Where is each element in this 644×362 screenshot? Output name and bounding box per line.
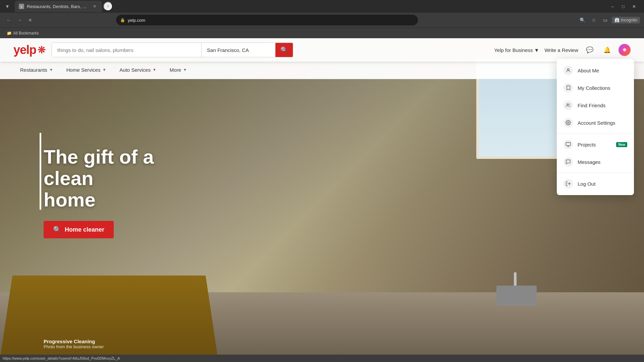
notifications-icon-button[interactable]: 🔔	[601, 44, 613, 56]
my-collections-label: My Collections	[578, 85, 627, 91]
dropdown-item-log-out[interactable]: Log Out	[557, 175, 634, 192]
tab-title: Restaurants, Dentists, Bars, Bea	[27, 4, 89, 9]
forward-button[interactable]: →	[15, 15, 24, 25]
more-chevron-icon: ▼	[183, 68, 187, 72]
yelp-page: yelp ❊ 🔍 Yelp for Business ▼ Write a Rev…	[0, 38, 644, 359]
status-url: https://www.yelp.com/user_details?usend=…	[3, 356, 120, 360]
svg-point-3	[568, 122, 569, 123]
find-friends-label: Find Friends	[578, 103, 627, 108]
incognito-badge: 👔 Incognito	[612, 17, 640, 23]
back-button[interactable]: ←	[4, 15, 13, 25]
restaurants-chevron-icon: ▼	[49, 68, 53, 72]
auto-services-chevron-icon: ▼	[153, 68, 156, 72]
svg-point-0	[567, 69, 569, 70]
nav-item-auto-services[interactable]: Auto Services ▼	[113, 62, 163, 79]
auto-services-label: Auto Services	[119, 67, 151, 73]
search-input[interactable]	[52, 43, 202, 57]
messages-icon: 💬	[586, 46, 593, 54]
svg-point-2	[569, 104, 570, 105]
close-button[interactable]: ✕	[629, 2, 639, 11]
reload-button[interactable]: ✕	[25, 15, 35, 25]
lens-icon[interactable]: 🔍	[578, 15, 587, 25]
search-icon: 🔍	[280, 46, 288, 54]
location-input[interactable]	[202, 43, 275, 57]
dropdown-item-about-me[interactable]: About Me	[557, 62, 634, 79]
messages-dropdown-icon	[564, 157, 573, 167]
active-tab[interactable]: y Restaurants, Dentists, Bars, Bea ✕	[15, 1, 102, 12]
tab-close-button[interactable]: ✕	[91, 3, 98, 10]
folder-icon: 📁	[7, 31, 12, 36]
messages-icon-button[interactable]: 💬	[584, 44, 596, 56]
svg-rect-4	[566, 142, 570, 145]
new-tab-button[interactable]: +	[103, 2, 113, 11]
navigation-buttons: ← → ✕	[4, 15, 35, 25]
dropdown-item-messages[interactable]: Messages	[557, 153, 634, 171]
projects-icon	[564, 140, 573, 149]
restaurants-label: Restaurants	[20, 67, 47, 73]
yelp-for-business-link[interactable]: Yelp for Business ▼	[494, 47, 539, 53]
dropdown-item-find-friends[interactable]: Find Friends	[557, 97, 634, 114]
projects-new-badge: New	[616, 142, 627, 147]
bookmarks-bar: 📁 All Bookmarks	[0, 27, 644, 38]
find-friends-icon	[564, 101, 573, 110]
yelp-text: yelp	[13, 43, 36, 57]
photo-credit-sub: Photo from the business owner	[44, 344, 104, 349]
about-me-icon	[564, 66, 573, 75]
dropdown-item-projects[interactable]: Projects New	[557, 136, 634, 153]
star-icon[interactable]: ☆	[589, 15, 598, 25]
tab-bar: ▼ y Restaurants, Dentists, Bars, Bea ✕ +…	[0, 0, 644, 13]
hero-title-line1: The gift of a clean	[44, 146, 154, 189]
minimize-button[interactable]: –	[608, 2, 617, 11]
hero-text-area: The gift of a clean home 🔍 Home cleaner	[44, 146, 205, 238]
user-avatar-button[interactable]: ❊	[619, 44, 631, 56]
nav-item-home-services[interactable]: Home Services ▼	[60, 62, 113, 79]
dropdown-divider-1	[557, 133, 634, 134]
header-actions: Yelp for Business ▼ Write a Review 💬 🔔 ❊	[494, 44, 631, 56]
search-bar: 🔍	[52, 43, 293, 57]
yelp-business-label: Yelp for Business	[494, 47, 533, 53]
dropdown-item-account-settings[interactable]: Account Settings	[557, 114, 634, 131]
projects-label: Projects	[578, 142, 611, 147]
hero-content: The gift of a clean home 🔍 Home cleaner …	[0, 79, 644, 359]
hero-accent-bar	[40, 133, 41, 210]
account-settings-label: Account Settings	[578, 120, 627, 126]
cta-label: Home cleaner	[65, 226, 104, 233]
incognito-icon: 👔	[614, 18, 620, 22]
account-settings-icon	[564, 118, 573, 127]
yelp-logo[interactable]: yelp ❊	[13, 43, 45, 57]
log-out-label: Log Out	[578, 181, 627, 187]
cta-search-icon: 🔍	[53, 226, 61, 234]
more-label: More	[170, 67, 181, 73]
hero-cta-button[interactable]: 🔍 Home cleaner	[44, 221, 114, 238]
address-bar[interactable]: 🔒 yelp.com	[116, 15, 418, 25]
tab-list-button[interactable]: ▼	[3, 2, 12, 11]
about-me-label: About Me	[578, 68, 627, 73]
url-text: yelp.com	[128, 18, 414, 23]
photo-credit: Progressive Cleaning Photo from the busi…	[44, 339, 104, 349]
photo-credit-business: Progressive Cleaning	[44, 339, 104, 344]
status-bar: https://www.yelp.com/user_details?usend=…	[0, 355, 644, 362]
window-controls: – □ ✕	[608, 2, 641, 11]
bell-icon: 🔔	[603, 46, 611, 54]
hero-title: The gift of a clean home	[44, 146, 205, 210]
nav-buttons: ▼	[3, 2, 12, 11]
dropdown-divider-2	[557, 173, 634, 173]
svg-point-1	[567, 104, 568, 105]
write-review-link[interactable]: Write a Review	[544, 47, 578, 53]
incognito-label: Incognito	[621, 18, 637, 22]
chevron-down-icon: ▼	[534, 47, 539, 53]
search-button[interactable]: 🔍	[275, 43, 293, 57]
yelp-burst-icon: ❊	[38, 45, 45, 56]
hero-title-line2: home	[44, 189, 96, 210]
all-bookmarks-folder[interactable]: 📁 All Bookmarks	[4, 30, 42, 36]
maximize-button[interactable]: □	[619, 2, 628, 11]
toolbar-icons: 🔍 ☆ ▭ 👔 Incognito	[578, 15, 640, 25]
bookmarks-label: All Bookmarks	[13, 31, 39, 36]
nav-item-more[interactable]: More ▼	[163, 62, 194, 79]
lock-icon: 🔒	[120, 18, 125, 22]
dropdown-item-my-collections[interactable]: My Collections	[557, 79, 634, 97]
tab-search-icon[interactable]: ▭	[600, 15, 610, 25]
nav-item-restaurants[interactable]: Restaurants ▼	[13, 62, 60, 79]
yelp-nav: Restaurants ▼ Home Services ▼ Auto Servi…	[0, 62, 644, 79]
home-services-chevron-icon: ▼	[102, 68, 106, 72]
